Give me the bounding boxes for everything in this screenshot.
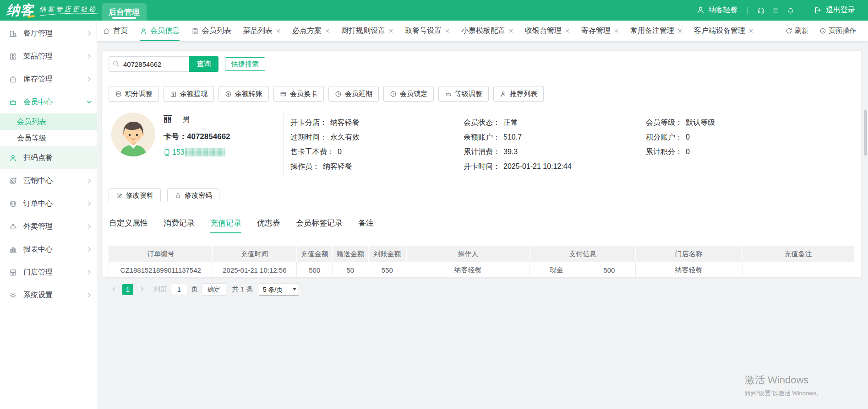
app-header: 纳客 纳客管店更轻松 后台管理 纳客轻餐 退出登录 (0, 0, 868, 21)
recharge-table: 订单编号 充值时间 充值金额 赠送金额 到账金额 操作人 支付信息 门店名称 充… (109, 246, 854, 279)
current-user[interactable]: 纳客轻餐 (696, 5, 738, 15)
sidebar-item-dishes[interactable]: 菜品管理 (0, 45, 97, 68)
balance-withdraw-button[interactable]: 余额提现 (164, 86, 214, 102)
edit-password-button[interactable]: 修改密码 (167, 188, 219, 202)
page-actions-button[interactable]: 页面操作 (819, 27, 856, 35)
subtab-coupons[interactable]: 优惠券 (257, 218, 280, 233)
tab-deposit-management[interactable]: 寄存管理 (581, 21, 618, 41)
subtab-remarks[interactable]: 备注 (358, 218, 374, 233)
page-number-1[interactable]: 1 (122, 284, 133, 295)
close-icon[interactable] (749, 29, 753, 33)
headset-icon[interactable] (757, 6, 765, 15)
tab-pickup-number[interactable]: 取餐号设置 (405, 21, 449, 41)
search-icon (112, 60, 120, 68)
inventory-icon (9, 75, 17, 84)
close-icon[interactable] (389, 29, 393, 33)
home-icon (103, 27, 110, 35)
tab-home[interactable]: 首页 (103, 21, 128, 41)
tab-must-order-plan[interactable]: 必点方案 (292, 21, 329, 41)
table-row[interactable]: CZ1881521899011137542 2025-01-21 10:12:5… (109, 262, 854, 279)
tab-dish-list[interactable]: 菜品列表 (243, 21, 280, 41)
logo-accent (27, 15, 35, 18)
close-icon[interactable] (325, 29, 329, 33)
member-info-columns: 开卡分店：纳客轻餐 过期时间：永久有效 售卡工本费：0 操作员：纳客轻餐 会员状… (284, 113, 854, 177)
sidebar-item-marketing[interactable]: 营销中心 (0, 169, 97, 192)
close-icon[interactable] (445, 29, 449, 33)
prev-page-button[interactable] (109, 284, 119, 295)
page-size-select[interactable]: 5 条/页 (259, 284, 299, 296)
cell-recharge-remark (742, 262, 854, 279)
tab-receipt-template[interactable]: 小票模板配置 (461, 21, 513, 41)
section-divider (102, 208, 861, 208)
tab-client-devices[interactable]: 客户端设备管理 (694, 21, 753, 41)
next-page-button[interactable] (137, 284, 147, 295)
col-received-amount: 到账金额 (368, 246, 406, 262)
refresh-icon (786, 27, 792, 34)
sidebar-item-stores[interactable]: 门店管理 (0, 261, 97, 284)
col-recharge-time: 充值时间 (213, 246, 297, 262)
change-card-icon (280, 91, 287, 97)
tab-common-remarks[interactable]: 常用备注管理 (630, 21, 682, 41)
balance-transfer-button[interactable]: 余额转账 (218, 86, 269, 102)
points-adjust-button[interactable]: 积分调整 (109, 86, 159, 102)
sidebar-subitem-member-list[interactable]: 会员列表 (0, 113, 97, 130)
close-icon[interactable] (565, 29, 569, 33)
level-adjust-button[interactable]: 等级调整 (438, 86, 489, 102)
sidebar-item-settings[interactable]: 系统设置 (0, 284, 97, 307)
subtab-recharge-records[interactable]: 充值记录 (210, 218, 241, 233)
member-search-input[interactable] (109, 56, 189, 72)
chevron-right-icon (87, 31, 92, 36)
sidebar-item-inventory[interactable]: 库存管理 (0, 68, 97, 91)
referral-list-button[interactable]: 推荐列表 (493, 86, 544, 102)
logout-button[interactable]: 退出登录 (813, 5, 855, 15)
member-phone: 153 (164, 148, 283, 156)
cell-recharge-time: 2025-01-21 10:12:56 (213, 262, 297, 279)
refresh-button[interactable]: 刷新 (786, 27, 808, 35)
sidebar-item-restaurant[interactable]: 餐厅管理 (0, 22, 97, 45)
page-size-select-wrap: 5 条/页 (259, 284, 299, 296)
nav-tab-backoffice[interactable]: 后台管理 (102, 3, 147, 21)
sidebar-item-member-center[interactable]: 会员中心 (0, 91, 97, 113)
subtab-custom-attributes[interactable]: 自定义属性 (109, 218, 148, 233)
logout-icon (813, 6, 822, 15)
takeout-icon (9, 222, 17, 231)
info-column-3: 会员等级：默认等级 积分账户：0 累计积分：0 (646, 115, 854, 177)
tab-member-list[interactable]: 会员列表 (191, 21, 231, 41)
member-lock-button[interactable]: 会员锁定 (383, 86, 434, 102)
change-card-button[interactable]: 会员换卡 (273, 86, 324, 102)
sidebar-subitem-member-level[interactable]: 会员等级 (0, 130, 97, 146)
member-profile: 丽男 卡号：4072854662 153 开卡分店：纳客 (109, 113, 854, 177)
edit-profile-button[interactable]: 修改资料 (109, 188, 161, 202)
goto-confirm-button[interactable]: 确定 (202, 283, 226, 296)
sidebar-item-scan-order[interactable]: 扫码点餐 (0, 146, 97, 169)
close-icon[interactable] (678, 29, 682, 33)
lock-icon[interactable] (772, 6, 780, 15)
vertical-scrollbar[interactable] (864, 110, 867, 156)
tab-cashier-management[interactable]: 收银台管理 (525, 21, 569, 41)
member-extend-button[interactable]: 会员延期 (328, 86, 379, 102)
info-field: 开卡时间：2025-01-21 10:12:44 (464, 159, 646, 174)
search-box (109, 56, 189, 72)
col-order-no: 订单编号 (109, 246, 213, 262)
goto-page-input[interactable] (171, 284, 187, 295)
subtab-consumption-records[interactable]: 消费记录 (164, 218, 195, 233)
close-icon[interactable] (614, 29, 618, 33)
extend-icon (335, 91, 342, 97)
referral-icon (500, 91, 507, 97)
query-button[interactable]: 查询 (189, 56, 218, 72)
tab-member-info[interactable]: 会员信息 (140, 21, 180, 41)
chevron-right-icon (87, 54, 92, 59)
sidebar-item-reports[interactable]: 报表中心 (0, 238, 97, 261)
quick-search-button[interactable]: 快捷搜索 (225, 57, 265, 71)
tab-kitchen-print-rules[interactable]: 厨打规则设置 (341, 21, 393, 41)
sidebar-item-takeout[interactable]: 外卖管理 (0, 215, 97, 238)
close-icon[interactable] (509, 29, 513, 33)
bell-icon[interactable] (786, 6, 795, 15)
sidebar-item-orders[interactable]: 订单中心 (0, 192, 97, 215)
subtab-member-tags[interactable]: 会员标签记录 (296, 218, 343, 233)
user-icon (696, 6, 705, 15)
info-field: 累计积分：0 (646, 145, 854, 159)
close-icon[interactable] (276, 29, 280, 33)
content-area: 查询 快捷搜索 积分调整 余额提现 余额转账 (97, 41, 868, 409)
transfer-icon (225, 91, 232, 97)
